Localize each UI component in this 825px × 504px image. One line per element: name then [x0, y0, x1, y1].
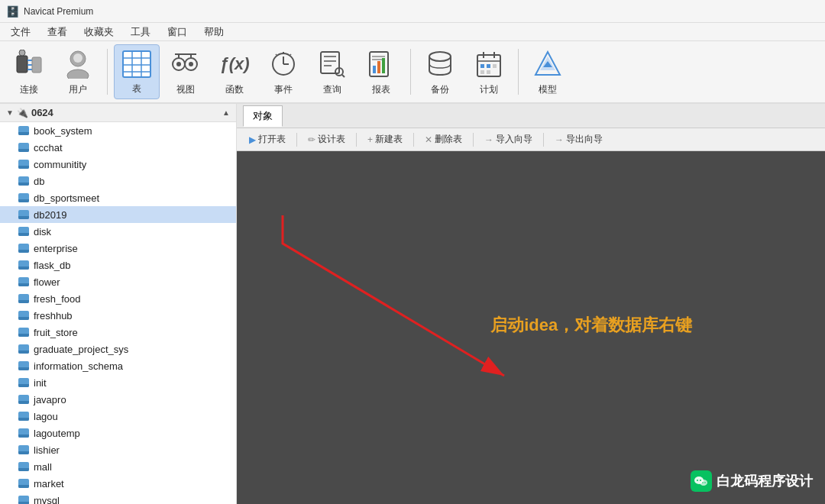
- svg-rect-48: [480, 70, 484, 74]
- sidebar-scroll-up[interactable]: ▲: [222, 108, 230, 117]
- svg-rect-37: [382, 58, 385, 73]
- sidebar-item-market[interactable]: market: [0, 475, 236, 492]
- function-label: 函数: [225, 83, 244, 96]
- tree-collapse-arrow[interactable]: ▼: [6, 108, 14, 117]
- db-label: db2019: [34, 209, 66, 221]
- sidebar-item-lishier[interactable]: lishier: [0, 441, 236, 458]
- svg-rect-0: [17, 56, 28, 73]
- db-icon: [18, 176, 29, 186]
- db-icon: [18, 277, 29, 286]
- new-label: 新建表: [375, 133, 403, 146]
- action-delete[interactable]: ✕ 删除表: [419, 131, 468, 147]
- db-label: flask_db: [34, 260, 70, 271]
- toolbar-event[interactable]: 事件: [260, 44, 306, 99]
- sidebar-item-lagou[interactable]: lagou: [0, 408, 236, 425]
- menu-file[interactable]: 文件: [3, 24, 38, 40]
- open-icon: ▶: [249, 134, 256, 145]
- sidebar-item-lagoutemp[interactable]: lagoutemp: [0, 425, 236, 441]
- tab-objects[interactable]: 对象: [243, 105, 283, 127]
- db-label: disk: [34, 226, 51, 237]
- sidebar-item-communitity[interactable]: communitity: [0, 156, 236, 173]
- db-label: communitity: [34, 159, 86, 170]
- sidebar-item-fresh_food[interactable]: fresh_food: [0, 290, 236, 307]
- sidebar-item-db2019[interactable]: db2019: [0, 206, 236, 223]
- db-icon: [18, 395, 29, 404]
- table-label: 表: [132, 82, 141, 95]
- action-open[interactable]: ▶ 打开表: [243, 131, 292, 147]
- db-label: db_sportsmeet: [34, 192, 99, 204]
- db-icon: [18, 244, 29, 253]
- action-import[interactable]: → 导入向导: [478, 131, 539, 147]
- sidebar-item-freshhub[interactable]: freshhub: [0, 307, 236, 324]
- toolbar-connect[interactable]: 连接: [6, 44, 52, 99]
- db-icon: [18, 378, 29, 387]
- sidebar[interactable]: ▼ 🔌 0624 ▲ book_systemccchatcommunitityd…: [0, 104, 237, 504]
- svg-line-33: [342, 75, 345, 77]
- menu-view[interactable]: 查看: [40, 24, 75, 40]
- svg-point-8: [73, 53, 82, 63]
- sidebar-item-fruit_store[interactable]: fruit_store: [0, 324, 236, 341]
- action-new[interactable]: + 新建表: [361, 131, 409, 147]
- db-icon: [18, 126, 29, 135]
- toolbar: 连接 用户 表: [0, 41, 825, 104]
- toolbar-backup[interactable]: 备份: [417, 44, 463, 99]
- content-main: 启动idea，对着数据库右键 白龙码程序设计: [237, 151, 825, 504]
- db-label: ccchat: [34, 142, 63, 153]
- sidebar-item-graduate_project_sys[interactable]: graduate_project_sys: [0, 341, 236, 357]
- backup-label: 备份: [431, 83, 449, 96]
- db-icon: [18, 412, 29, 421]
- menu-favorites[interactable]: 收藏夹: [76, 24, 121, 40]
- connect-icon: [14, 48, 44, 80]
- hint-text: 启动idea，对着数据库右键: [490, 314, 692, 337]
- sidebar-item-disk[interactable]: disk: [0, 223, 236, 240]
- toolbar-model[interactable]: 模型: [525, 44, 571, 99]
- toolbar-report[interactable]: 报表: [358, 44, 404, 99]
- toolbar-user[interactable]: 用户: [55, 44, 101, 99]
- sidebar-item-mysql[interactable]: mysql: [0, 492, 236, 504]
- user-label: 用户: [69, 83, 87, 96]
- db-icon: [18, 227, 29, 236]
- sidebar-item-flask_db[interactable]: flask_db: [0, 257, 236, 273]
- toolbar-function[interactable]: ƒ(x) 函数: [212, 44, 257, 99]
- sidebar-item-enterprise[interactable]: enterprise: [0, 240, 236, 257]
- toolbar-schedule[interactable]: 计划: [466, 44, 512, 99]
- sidebar-item-db[interactable]: db: [0, 173, 236, 189]
- action-export[interactable]: → 导出向导: [548, 131, 609, 147]
- action-design[interactable]: ✏ 设计表: [302, 131, 351, 147]
- query-icon: [317, 48, 348, 80]
- db-label: mall: [34, 461, 52, 473]
- sidebar-item-book_system[interactable]: book_system: [0, 122, 236, 139]
- action-sep-2: [356, 133, 357, 147]
- db-icon: [18, 428, 29, 438]
- db-icon: [18, 462, 29, 471]
- import-icon: →: [484, 134, 493, 145]
- sidebar-item-javapro[interactable]: javapro: [0, 391, 236, 408]
- menu-tools[interactable]: 工具: [123, 24, 158, 40]
- toolbar-query[interactable]: 查询: [309, 44, 355, 99]
- svg-point-18: [189, 62, 193, 66]
- menu-window[interactable]: 窗口: [160, 24, 195, 40]
- svg-line-26: [276, 54, 277, 55]
- db-label: init: [34, 377, 47, 389]
- svg-line-27: [290, 54, 291, 55]
- view-icon: [170, 48, 201, 80]
- sidebar-header: ▼ 🔌 0624 ▲: [0, 104, 236, 122]
- design-icon: ✏: [308, 134, 315, 145]
- new-icon: +: [367, 134, 373, 145]
- sidebar-item-db_sportsmeet[interactable]: db_sportsmeet: [0, 189, 236, 206]
- action-sep-1: [296, 133, 297, 147]
- sidebar-item-flower[interactable]: flower: [0, 273, 236, 290]
- sidebar-item-information_schema[interactable]: information_schema: [0, 357, 236, 374]
- sidebar-item-ccchat[interactable]: ccchat: [0, 139, 236, 156]
- sidebar-item-mall[interactable]: mall: [0, 458, 236, 475]
- db-label: db: [34, 176, 44, 187]
- db-label: lishier: [34, 444, 60, 456]
- toolbar-table[interactable]: 表: [114, 44, 160, 99]
- db-label: lagou: [34, 411, 58, 422]
- menu-help[interactable]: 帮助: [196, 24, 231, 40]
- toolbar-view[interactable]: 视图: [163, 44, 209, 99]
- db-label: fruit_store: [34, 327, 78, 338]
- main-layout: ▼ 🔌 0624 ▲ book_systemccchatcommunitityd…: [0, 104, 825, 504]
- sidebar-item-init[interactable]: init: [0, 374, 236, 391]
- svg-rect-9: [123, 51, 150, 77]
